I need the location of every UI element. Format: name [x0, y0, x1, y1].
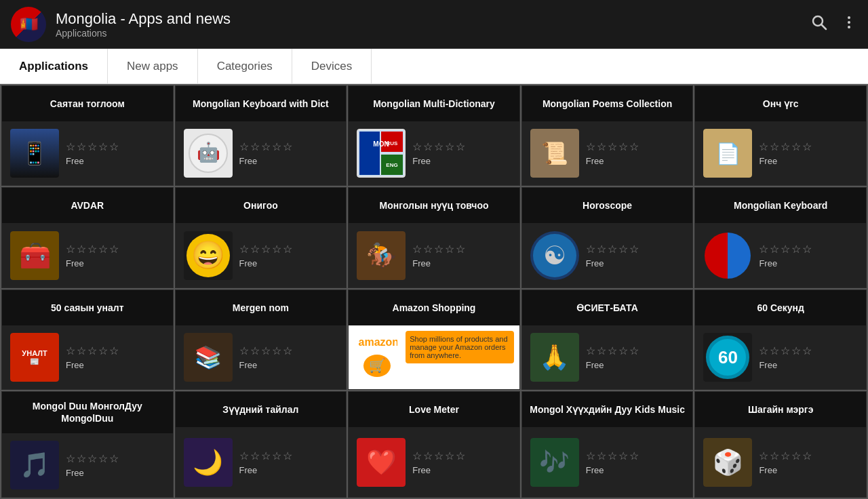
- app-price: Free: [759, 156, 777, 166]
- app-thumbnail: ☯: [530, 231, 579, 280]
- app-body: 🎶 ☆☆☆☆☆ Free: [522, 427, 693, 497]
- app-card-osiet[interactable]: ӨСИЕТ-БАТА 🙏 ☆☆☆☆☆ Free: [521, 290, 694, 390]
- app-title: 60 Секунд: [695, 290, 866, 325]
- app-stars: ☆☆☆☆☆: [66, 243, 119, 256]
- svg-point-2: [848, 16, 850, 19]
- app-title: Mongolian Keyboard: [695, 188, 866, 223]
- svg-line-1: [822, 24, 827, 29]
- app-stars: ☆☆☆☆☆: [759, 140, 812, 153]
- svg-text:ENG: ENG: [387, 162, 398, 168]
- app-info: ☆☆☆☆☆ Free: [759, 450, 858, 475]
- app-thumbnail: 🧰: [10, 231, 59, 280]
- app-card-poems[interactable]: Mongolian Poems Collection 📜 ☆☆☆☆☆ Free: [521, 85, 694, 186]
- app-grid: Саятан тоглоом 📱 ☆☆☆☆☆ Free Mongolian Ke…: [0, 84, 868, 499]
- svg-text:RUS: RUS: [387, 140, 399, 146]
- app-body: 🎵 ☆☆☆☆☆ Free: [2, 433, 173, 497]
- more-options-icon[interactable]: [841, 14, 857, 35]
- nav-tabs: Applications New apps Categories Devices: [0, 49, 868, 84]
- app-stars: ☆☆☆☆☆: [412, 140, 465, 153]
- svg-rect-8: [359, 132, 380, 175]
- app-stars: ☆☆☆☆☆: [66, 452, 119, 465]
- app-price: Free: [586, 465, 604, 475]
- app-card-onigoo[interactable]: Онигоо 😄 ☆☆☆☆☆ Free: [175, 187, 347, 287]
- header-text: Mongolia - Apps and news Applications: [56, 10, 811, 39]
- app-body: 📄 ☆☆☆☆☆ Free: [695, 121, 866, 185]
- app-body: 📜 ☆☆☆☆☆ Free: [522, 121, 693, 185]
- app-body: 📱 ☆☆☆☆☆ Free: [2, 121, 173, 185]
- app-title: Mergen nom: [176, 290, 347, 325]
- tab-new-apps[interactable]: New apps: [108, 49, 198, 83]
- app-title: Монголын нуүц товчоо: [349, 188, 519, 223]
- app-card-saatan[interactable]: Саятан тоглоом 📱 ☆☆☆☆☆ Free: [1, 85, 174, 186]
- app-price: Free: [586, 156, 604, 166]
- svg-point-4: [848, 26, 850, 28]
- app-body: 📚 ☆☆☆☆☆ Free: [176, 325, 347, 389]
- app-price: Free: [239, 360, 258, 370]
- app-title: Зүүдний тайлал: [176, 392, 347, 427]
- tab-categories[interactable]: Categories: [198, 49, 292, 83]
- app-card-onch[interactable]: Онч үгс 📄 ☆☆☆☆☆ Free: [694, 85, 867, 186]
- app-header: 🇲🇳 Mongolia - Apps and news Applications: [0, 0, 868, 49]
- app-thumbnail: 📄: [703, 129, 752, 178]
- app-stars: ☆☆☆☆☆: [239, 344, 292, 357]
- app-card-multi-dict[interactable]: Mongolian Multi-Dictionary MON RUS ENG: [348, 85, 520, 186]
- app-title: Horoscope: [522, 188, 693, 223]
- header-title: Mongolia - Apps and news: [56, 10, 811, 28]
- app-card-mongolian-keyboard[interactable]: Mongolian Keyboard ☆☆☆☆☆ Free: [694, 187, 867, 287]
- app-title: ӨСИЕТ-БАТА: [522, 290, 693, 325]
- search-icon[interactable]: [811, 14, 827, 35]
- app-card-horoscope[interactable]: Horoscope ☯ ☆☆☆☆☆ Free: [521, 187, 694, 287]
- app-title: Mongolian Poems Collection: [522, 86, 693, 121]
- app-card-shaagai[interactable]: Шагайн мэргэ 🎲 ☆☆☆☆☆ Free: [694, 391, 867, 498]
- app-title: Шагайн мэргэ: [695, 392, 866, 427]
- app-info: ☆☆☆☆☆ Free: [586, 243, 685, 268]
- app-title: Amazon Shopping: [349, 290, 519, 325]
- app-card-nuuts[interactable]: Монголын нуүц товчоо 🏇 ☆☆☆☆☆ Free: [348, 187, 520, 287]
- app-body: 😄 ☆☆☆☆☆ Free: [176, 223, 347, 287]
- tab-applications[interactable]: Applications: [0, 49, 108, 83]
- app-stars: ☆☆☆☆☆: [759, 243, 812, 256]
- svg-text:🤖: 🤖: [196, 141, 220, 163]
- app-price: Free: [759, 360, 777, 370]
- app-body: ☯ ☆☆☆☆☆ Free: [522, 223, 693, 287]
- app-thumbnail: 60: [703, 333, 752, 382]
- app-thumbnail: 🏇: [357, 231, 406, 280]
- app-card-60second[interactable]: 60 Секунд 60 ☆☆☆☆☆ Free: [694, 290, 867, 390]
- app-thumbnail: 📱: [10, 129, 59, 178]
- app-thumbnail: 📜: [530, 129, 579, 178]
- app-title: Онч үгс: [695, 86, 866, 121]
- app-card-kids-music[interactable]: Mongol Хүүхдийн Дуу Kids Music 🎶 ☆☆☆☆☆ F…: [521, 391, 694, 498]
- app-stars: ☆☆☆☆☆: [66, 344, 119, 357]
- app-card-mongol-duu[interactable]: Mongol Duu МонголДуу MongolDuu 🎵 ☆☆☆☆☆ F…: [1, 391, 174, 498]
- app-title: Mongolian Multi-Dictionary: [349, 86, 519, 121]
- app-card-amazon[interactable]: Amazon Shopping amazon 🛒 Shop millions o…: [348, 290, 520, 390]
- app-thumbnail: 🎵: [10, 441, 59, 490]
- app-card-zuudni[interactable]: Зүүдний тайлал 🌙 ☆☆☆☆☆ Free: [175, 391, 347, 498]
- tab-devices[interactable]: Devices: [292, 49, 372, 83]
- app-thumbnail: MON RUS ENG: [357, 129, 406, 178]
- app-stars: ☆☆☆☆☆: [586, 140, 639, 153]
- app-price: Free: [66, 156, 84, 166]
- app-body: amazon 🛒 Shop millions of products and m…: [349, 325, 519, 389]
- app-price: Free: [239, 465, 258, 475]
- app-body: 🤖 ☆☆☆☆☆ Free: [176, 121, 347, 185]
- app-card-love-meter[interactable]: Love Meter ❤️ ☆☆☆☆☆ Free: [348, 391, 520, 498]
- app-card-50saya[interactable]: 50 саяын уналт УНАЛТ📰 ☆☆☆☆☆ Free: [1, 290, 174, 390]
- app-price: Free: [66, 468, 84, 478]
- app-body: 60 ☆☆☆☆☆ Free: [695, 325, 866, 389]
- app-card-mergen[interactable]: Mergen nom 📚 ☆☆☆☆☆ Free: [175, 290, 347, 390]
- app-thumbnail: УНАЛТ📰: [10, 333, 59, 382]
- app-body: 🏇 ☆☆☆☆☆ Free: [349, 223, 519, 287]
- app-card-avdar[interactable]: AVDAR 🧰 ☆☆☆☆☆ Free: [1, 187, 174, 287]
- header-actions: [811, 14, 857, 35]
- app-price: Free: [239, 156, 258, 166]
- app-thumbnail: ❤️: [357, 438, 406, 487]
- app-stars: ☆☆☆☆☆: [239, 243, 292, 256]
- app-card-keyboard-dict[interactable]: Mongolian Keyboard with Dict 🤖 ☆☆☆☆☆ Fre…: [175, 85, 347, 186]
- header-subtitle: Applications: [56, 28, 811, 39]
- app-price: Free: [239, 258, 258, 268]
- app-body: 🎲 ☆☆☆☆☆ Free: [695, 427, 866, 497]
- app-body: MON RUS ENG ☆☆☆☆☆ Free: [349, 121, 519, 185]
- app-title: Онигоо: [176, 188, 347, 223]
- app-info: ☆☆☆☆☆ Free: [66, 243, 165, 268]
